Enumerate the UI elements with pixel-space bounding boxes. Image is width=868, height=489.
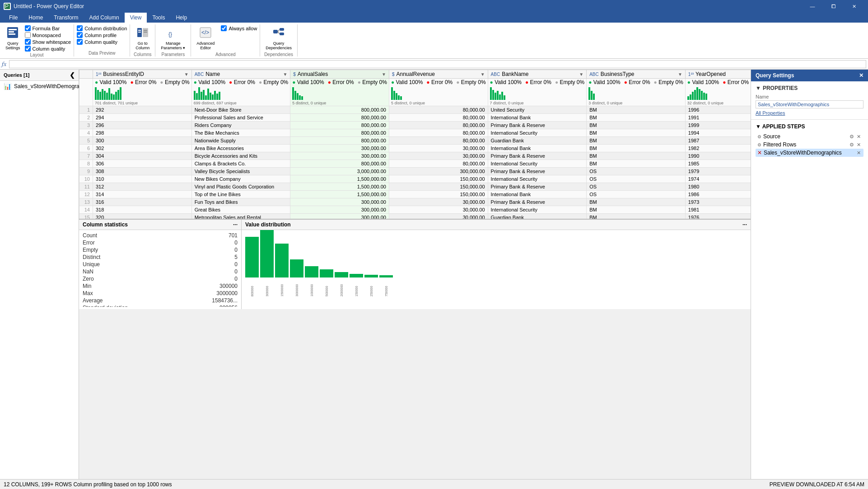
close-btn[interactable]: ✕	[844, 0, 864, 13]
col-stats-header: Column statistics ···	[79, 220, 241, 230]
column-distribution-check[interactable]: Column distribution	[77, 25, 127, 31]
step-filtered-settings-btn[interactable]: ⚙	[849, 142, 855, 148]
window-controls[interactable]: — ⧠ ✕	[802, 0, 864, 13]
filter-btn-bank[interactable]: ▼	[579, 72, 583, 77]
table-row[interactable]: 15320Metropolitan Sales and Rental300,00…	[79, 214, 751, 219]
svg-rect-3	[9, 29, 17, 30]
col-stats-menu[interactable]: ···	[233, 221, 238, 228]
filter-btn-btype[interactable]: ▼	[678, 72, 682, 77]
data-preview-checkboxes: Column distribution Column profile Colum…	[77, 25, 127, 45]
table-row[interactable]: 5300Nationwide Supply800,000.0080,000.00…	[79, 137, 751, 145]
table-cell: 30,000.00	[389, 206, 488, 214]
bar-value-label: 300000	[266, 278, 269, 296]
col-header-businesstype[interactable]: ABCBusinessType▼	[587, 70, 686, 79]
step-source-delete-btn[interactable]: ✕	[856, 134, 862, 140]
distinct-btype: 3 distinct, 0 unique	[588, 101, 683, 105]
filter-btn-name[interactable]: ▼	[283, 72, 287, 77]
table-cell: BM	[587, 160, 686, 168]
dependencies-label: QueryDependencies	[266, 41, 292, 50]
show-whitespace-check[interactable]: Show whitespace	[25, 39, 71, 45]
table-row[interactable]: 9308Valley Bicycle Specialists3,000,000.…	[79, 168, 751, 175]
col-header-yearopened[interactable]: 1²³YearOpened▼	[685, 70, 751, 79]
col-header-name[interactable]: ABCName▼	[191, 70, 290, 79]
tab-add-column[interactable]: Add Column	[84, 13, 125, 23]
query-item-sales[interactable]: 📊 Sales_vStoreWithDemographics	[0, 81, 79, 92]
tab-tools[interactable]: Tools	[147, 13, 170, 23]
query-dependencies-btn[interactable]: QueryDependencies	[263, 25, 294, 51]
col-header-businessentityid[interactable]: 1²³BusinessEntityID▼	[93, 70, 192, 79]
expand-icon-steps: ▼	[756, 123, 762, 130]
table-cell: International Security	[488, 160, 587, 168]
col-header-bankname[interactable]: ABCBankName▼	[488, 70, 587, 79]
dependencies-items: QueryDependencies	[263, 25, 294, 51]
monospaced-check[interactable]: Monospaced	[25, 32, 71, 38]
ribbon-tabs: File Home Transform Add Column View Tool…	[0, 13, 868, 23]
filter-btn-revenue[interactable]: ▼	[481, 72, 485, 77]
table-row[interactable]: 3296Riders Company800,000.0080,000.00Pri…	[79, 122, 751, 129]
step-filtered-rows[interactable]: ⚙ Filtered Rows ⚙ ✕	[756, 141, 863, 149]
tab-file[interactable]: File	[4, 13, 23, 23]
column-quality-check[interactable]: Column quality	[25, 46, 71, 52]
col-header-annualrevenue[interactable]: $AnnualRevenue▼	[389, 70, 488, 79]
formula-bar-check[interactable]: Formula Bar	[25, 25, 71, 31]
minimize-btn[interactable]: —	[802, 0, 823, 13]
table-cell: 150,000.00	[389, 191, 488, 198]
stat-max-value: 3000000	[216, 290, 238, 296]
go-to-column-btn[interactable]: Go toColumn	[133, 25, 152, 51]
filter-btn-sales[interactable]: ▼	[382, 72, 386, 77]
tab-help[interactable]: Help	[170, 13, 192, 23]
advanced-editor-btn[interactable]: </> AdvancedEditor	[194, 25, 217, 51]
table-row[interactable]: 4298The Bike Mechanics800,000.0080,000.0…	[79, 129, 751, 137]
table-cell: 12	[79, 191, 93, 198]
formula-bar-input[interactable]	[9, 60, 866, 68]
tab-transform[interactable]: Transform	[48, 13, 84, 23]
step-filtered-delete-btn[interactable]: ✕	[856, 142, 862, 148]
layout-group-label: Layout	[3, 52, 71, 57]
table-cell: United Security	[488, 106, 587, 114]
table-row[interactable]: 8306Clamps & Brackets Co.800,000.0080,00…	[79, 160, 751, 168]
table-row[interactable]: 14318Great Bikes300,000.0030,000.00Inter…	[79, 206, 751, 214]
table-cell: The Bike Mechanics	[191, 129, 290, 137]
val-dist-menu[interactable]: ···	[742, 221, 747, 228]
table-cell: Primary Bank & Reserve	[488, 168, 587, 175]
table-row[interactable]: 7304Bicycle Accessories and Kits300,000.…	[79, 152, 751, 160]
profile-year: ● Valid 100% ● Error 0% ● Empty 0% 32 di…	[685, 79, 751, 106]
always-allow-check[interactable]: Always allow	[221, 25, 257, 31]
tab-view[interactable]: View	[125, 13, 147, 23]
step-filtered-label: Filtered Rows	[763, 141, 796, 148]
table-row[interactable]: 13316Fun Toys and Bikes300,000.0030,000.…	[79, 198, 751, 206]
column-quality-check2[interactable]: Column quality	[77, 39, 127, 45]
manage-parameters-btn[interactable]: {} ManageParameters ▾	[158, 25, 188, 51]
maximize-btn[interactable]: ⧠	[823, 0, 844, 13]
qs-close-btn[interactable]: ✕	[859, 72, 863, 79]
distinct-id: 701 distinct, 701 unique	[95, 101, 190, 105]
collapse-btn[interactable]: ❮	[70, 71, 75, 79]
table-cell: Guardian Bank	[488, 137, 587, 145]
column-profile-check[interactable]: Column profile	[77, 32, 127, 38]
tab-home[interactable]: Home	[23, 13, 48, 23]
step-source[interactable]: ⚙ Source ⚙ ✕	[756, 132, 863, 141]
table-row[interactable]: 11312Vinyl and Plastic Goods Corporation…	[79, 183, 751, 191]
qs-name-input[interactable]	[756, 100, 863, 108]
qs-properties-title: ▼ PROPERTIES	[756, 85, 863, 91]
layout-checkboxes: Formula Bar Monospaced Show whitespace C…	[25, 25, 71, 52]
filter-btn-id[interactable]: ▼	[184, 72, 189, 77]
table-row[interactable]: 1292Next-Door Bike Store800,000.0080,000…	[79, 106, 751, 114]
query-settings-icon	[6, 26, 19, 40]
step-sales[interactable]: ✕ Sales_vStoreWithDemographics ✕	[756, 149, 863, 157]
table-cell: 800,000.00	[290, 137, 389, 145]
profile-sales: ● Valid 100% ● Error 0% ● Empty 0% 5 dis…	[290, 79, 389, 106]
table-row[interactable]: 12314Top of the Line Bikes1,500,000.0015…	[79, 191, 751, 198]
step-sales-delete-btn[interactable]: ✕	[856, 150, 862, 156]
query-settings-btn[interactable]: QuerySettings	[3, 25, 23, 51]
step-source-settings-btn[interactable]: ⚙	[849, 134, 855, 140]
col-header-annualsales[interactable]: $AnnualSales▼	[290, 70, 389, 79]
all-properties-link[interactable]: All Properties	[756, 110, 863, 116]
table-row[interactable]: 10310New Bikes Company1,500,000.00150,00…	[79, 175, 751, 183]
table-row[interactable]: 2294Professional Sales and Service800,00…	[79, 114, 751, 122]
table-cell: 308	[93, 168, 192, 175]
table-cell: International Security	[488, 175, 587, 183]
table-row[interactable]: 6302Area Bike Accessories300,000.0030,00…	[79, 145, 751, 152]
table-scroll[interactable]: 1²³BusinessEntityID▼ ABCName▼ $AnnualSal…	[79, 70, 751, 219]
stat-nan-value: 0	[234, 268, 238, 275]
